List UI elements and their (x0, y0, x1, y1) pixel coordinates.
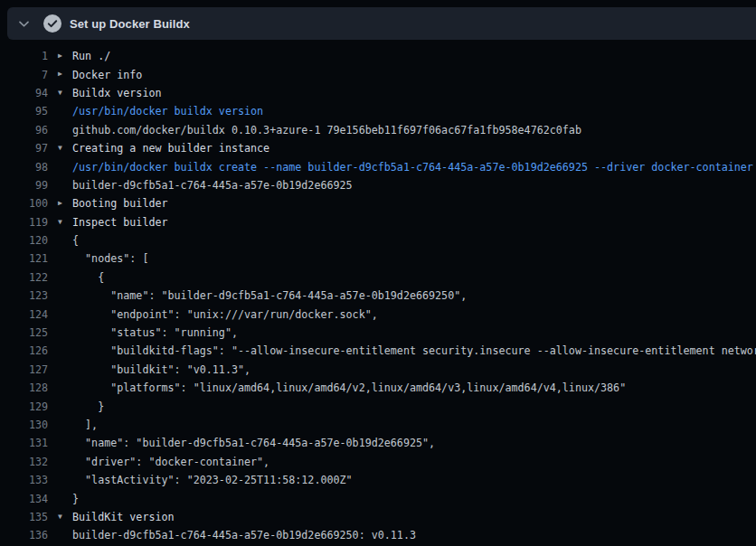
line-number[interactable]: 132 (0, 456, 48, 468)
log-group-title[interactable]: Booting builder (72, 197, 168, 210)
triangle-right-icon[interactable]: ▶ (48, 194, 72, 212)
log-line: 1▶Run ./ (0, 47, 756, 65)
log-group-title[interactable]: Run ./ (72, 50, 110, 62)
log-viewer: 1▶Run ./7▶Docker info94▼Buildx version95… (0, 40, 756, 546)
line-number[interactable]: 136 (0, 529, 48, 541)
log-line: 135▼BuildKit version (0, 508, 756, 526)
triangle-right-icon[interactable]: ▶ (48, 65, 72, 83)
log-output-text: "name": "builder-d9cfb5a1-c764-445a-a57e… (72, 437, 435, 449)
line-number[interactable]: 96 (0, 124, 48, 136)
log-line: 119▼Inspect builder (0, 213, 756, 231)
log-line: 134} (0, 489, 756, 507)
log-output-text: ], (72, 419, 98, 431)
line-number[interactable]: 120 (0, 234, 48, 247)
log-output-text: "platforms": "linux/amd64,linux/amd64/v2… (72, 381, 626, 394)
log-output-text: "nodes": [ (72, 252, 148, 265)
line-number[interactable]: 122 (0, 271, 48, 284)
step-header[interactable]: Set up Docker Buildx (7, 7, 756, 40)
log-group-title[interactable]: Docker info (72, 69, 142, 81)
log-line: 136builder-d9cfb5a1-c764-445a-a57e-0b19d… (0, 526, 756, 544)
triangle-down-icon[interactable]: ▼ (48, 84, 72, 102)
log-line: 128 "platforms": "linux/amd64,linux/amd6… (0, 379, 756, 397)
log-line: 7▶Docker info (0, 65, 756, 83)
triangle-down-icon[interactable]: ▼ (48, 213, 72, 231)
line-number[interactable]: 127 (0, 363, 48, 376)
line-number[interactable]: 98 (0, 161, 48, 174)
log-output-text: "buildkit": "v0.11.3", (72, 363, 250, 376)
line-number[interactable]: 7 (0, 69, 48, 81)
log-output-text: { (72, 271, 104, 284)
log-line: 100▶Booting builder (0, 194, 756, 212)
log-output-text: builder-d9cfb5a1-c764-445a-a57e-0b19d2e6… (72, 179, 353, 192)
chevron-down-icon[interactable] (17, 17, 31, 31)
line-number[interactable]: 123 (0, 289, 48, 302)
log-line: 132 "driver": "docker-container", (0, 453, 756, 471)
log-line: 131 "name": "builder-d9cfb5a1-c764-445a-… (0, 434, 756, 452)
log-line: 123 "name": "builder-d9cfb5a1-c764-445a-… (0, 287, 756, 305)
line-number[interactable]: 100 (0, 197, 48, 210)
line-number[interactable]: 129 (0, 400, 48, 413)
triangle-right-icon[interactable]: ▶ (48, 47, 72, 65)
line-number[interactable]: 133 (0, 474, 48, 486)
line-number[interactable]: 135 (0, 511, 48, 523)
line-number[interactable]: 99 (0, 179, 48, 192)
log-line: 122 { (0, 268, 756, 287)
log-line: 126 "buildkitd-flags": "--allow-insecure… (0, 342, 756, 360)
log-output-text: github.com/docker/buildx 0.10.3+azure-1 … (72, 124, 581, 136)
line-number[interactable]: 119 (0, 216, 48, 229)
line-number[interactable]: 134 (0, 493, 48, 505)
line-number[interactable]: 125 (0, 326, 48, 339)
line-number[interactable]: 1 (0, 50, 48, 62)
log-output-text: "lastActivity": "2023-02-25T11:58:12.000… (72, 474, 353, 486)
log-group-title[interactable]: Creating a new builder instance (72, 142, 269, 155)
log-output-text: "status": "running", (72, 326, 238, 339)
log-line: 121 "nodes": [ (0, 249, 756, 268)
line-number[interactable]: 95 (0, 105, 48, 118)
log-line: 99builder-d9cfb5a1-c764-445a-a57e-0b19d2… (0, 176, 756, 194)
triangle-down-icon[interactable]: ▼ (48, 508, 72, 526)
log-output-text: } (72, 493, 79, 505)
log-line: 120{ (0, 231, 756, 249)
log-line: 98/usr/bin/docker buildx create --name b… (0, 157, 756, 175)
log-line: 129 } (0, 397, 756, 415)
line-number[interactable]: 124 (0, 308, 48, 321)
log-group-title[interactable]: Inspect builder (72, 216, 168, 229)
line-number[interactable]: 128 (0, 381, 48, 394)
log-line: 125 "status": "running", (0, 324, 756, 342)
line-number[interactable]: 126 (0, 344, 48, 357)
line-number[interactable]: 121 (0, 252, 48, 265)
log-group-title[interactable]: Buildx version (72, 87, 162, 99)
line-number[interactable]: 131 (0, 437, 48, 449)
log-output-text: { (72, 234, 79, 247)
log-line: 97▼Creating a new builder instance (0, 139, 756, 157)
log-line: 96github.com/docker/buildx 0.10.3+azure-… (0, 121, 756, 139)
log-output-text: "buildkitd-flags": "--allow-insecure-ent… (72, 344, 756, 357)
log-line: 124 "endpoint": "unix:///var/run/docker.… (0, 305, 756, 323)
log-line: 95/usr/bin/docker buildx version (0, 102, 756, 120)
check-circle-icon (43, 14, 61, 33)
triangle-down-icon[interactable]: ▼ (48, 139, 72, 157)
line-number[interactable]: 97 (0, 142, 48, 155)
log-output-text: builder-d9cfb5a1-c764-445a-a57e-0b19d2e6… (72, 529, 416, 541)
line-number[interactable]: 130 (0, 419, 48, 431)
log-command-text: /usr/bin/docker buildx version (72, 105, 263, 118)
log-line: 130 ], (0, 416, 756, 434)
log-output-text: "endpoint": "unix:///var/run/docker.sock… (72, 308, 378, 321)
log-line: 133 "lastActivity": "2023-02-25T11:58:12… (0, 471, 756, 489)
log-output-text: "name": "builder-d9cfb5a1-c764-445a-a57e… (72, 289, 467, 302)
log-group-title[interactable]: BuildKit version (72, 511, 175, 523)
log-command-text: /usr/bin/docker buildx create --name bui… (72, 161, 753, 174)
log-line: 94▼Buildx version (0, 84, 756, 102)
line-number[interactable]: 94 (0, 87, 48, 99)
log-output-text: "driver": "docker-container", (72, 456, 269, 468)
step-title: Set up Docker Buildx (70, 17, 190, 31)
log-output-text: } (72, 400, 104, 413)
log-line: 127 "buildkit": "v0.11.3", (0, 361, 756, 379)
